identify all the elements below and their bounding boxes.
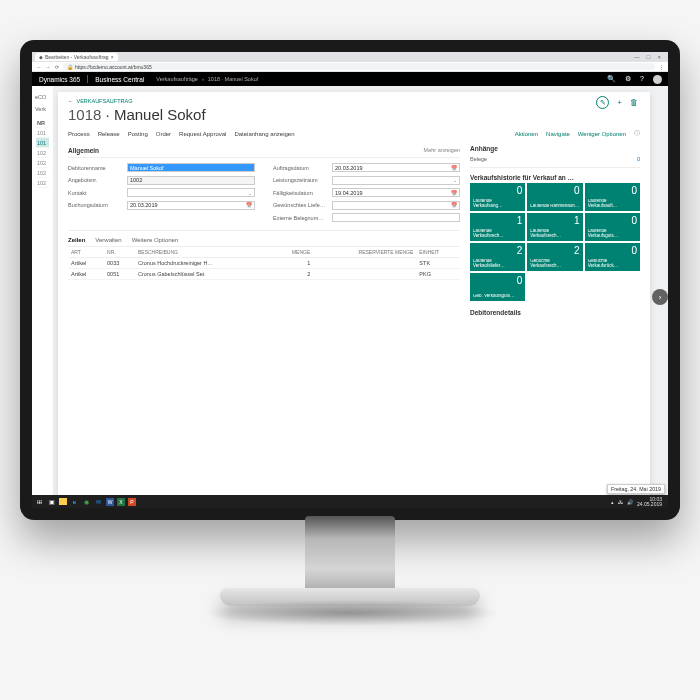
field-input[interactable]: 📅 [332,201,460,210]
bg-row[interactable]: 102 [36,178,49,188]
tray-net-icon[interactable]: 🖧 [618,499,623,505]
breadcrumb[interactable]: VERKAUFSAUFTRAG [77,98,133,104]
action-posting[interactable]: Posting [128,131,148,137]
start-icon[interactable]: ⊞ [35,497,44,506]
th-reserviert[interactable]: RESERVIERTE MENGE [313,247,416,258]
field-input[interactable] [332,213,460,222]
bg-row[interactable]: 101 [36,128,49,138]
history-tile[interactable]: 0Laufende Verkaufsguts… [585,213,640,241]
dropdown-icon[interactable]: ⌄ [453,177,457,183]
nav-fwd-icon[interactable]: → [45,64,51,70]
field-input[interactable]: ⌄ [332,176,460,185]
excel-icon[interactable]: X [117,498,125,506]
browser-tab[interactable]: ◆ Bearbeiten - Verkaufsauftrag × [35,53,118,61]
gear-icon[interactable]: ⚙ [625,75,631,84]
history-tile[interactable]: 0Laufende Rahmenauft… [527,183,582,211]
action-attach[interactable]: Dateianhang anzeigen [234,131,294,137]
tab-verwalten[interactable]: Verwalten [95,237,121,243]
form-field: Buchungsdatum20.03.2019📅 [68,201,255,210]
action-order[interactable]: Order [156,131,171,137]
edge-icon[interactable]: e [70,497,79,506]
action-request[interactable]: Request Approval [179,131,226,137]
form-field: Angebotsnr.1002 [68,176,255,185]
th-einheit[interactable]: EINHEIT [416,247,460,258]
window-min-icon[interactable]: — [634,54,640,60]
tab-weitere[interactable]: Weitere Optionen [132,237,179,243]
tab-close-icon[interactable]: × [111,54,114,60]
history-tile[interactable]: 0Gebuchte Verkaufsrück… [585,243,640,271]
field-input[interactable]: 20.03.2019📅 [127,201,255,210]
history-tile[interactable]: 1Laufende Verkaufsrech… [527,213,582,241]
new-icon[interactable]: + [617,98,622,107]
tab-zeilen[interactable]: Zeilen [68,237,85,243]
bg-row[interactable]: 102 [36,158,49,168]
debitor-details-heading[interactable]: Debitorendetails [470,307,640,318]
window-close-icon[interactable]: × [657,54,661,60]
header-crumb-1[interactable]: Verkaufsaufträge [156,76,198,82]
back-arrow-icon[interactable]: ← [68,98,74,104]
th-nr[interactable]: NR. [104,247,135,258]
tray-up-icon[interactable]: ▴ [611,499,614,505]
calendar-icon[interactable]: 📅 [451,202,457,208]
history-tile[interactable]: 2Gebuchte Verkaufsrech… [527,243,582,271]
attach-count[interactable]: 0 [637,156,640,162]
history-tile[interactable]: 0Laufende Verkaufsauft… [585,183,640,211]
chrome-icon[interactable]: ◉ [82,497,91,506]
nav-reload-icon[interactable]: ⟳ [54,64,60,70]
info-icon[interactable]: ⓘ [634,129,640,138]
history-tile[interactable]: 2Laufende Verkaufsliefer… [470,243,525,271]
search-icon[interactable]: 🔍 [607,75,616,84]
field-input[interactable]: ⌄ [127,188,255,197]
action-aktionen[interactable]: Aktionen [515,131,538,137]
help-icon[interactable]: ? [640,75,644,84]
table-row[interactable]: Artikel0033Cronus Hochdruckreiniger H…1S… [68,258,460,269]
action-release[interactable]: Release [98,131,120,137]
action-navigate[interactable]: Navigate [546,131,570,137]
next-record-arrow-icon[interactable]: › [652,289,668,305]
word-icon[interactable]: W [106,498,114,506]
title-name: Manuel Sokof [114,106,206,123]
bg-row[interactable]: 102 [36,148,49,158]
history-tile[interactable]: 1Laufende Verkaufsrech… [470,213,525,241]
bg-row[interactable]: 102 [36,168,49,178]
calendar-icon[interactable]: 📅 [246,202,252,208]
explorer-icon[interactable] [59,498,67,505]
clock-date[interactable]: 24.05.2019 [637,501,662,507]
history-tile[interactable]: 0Geb. Verkaufsguts… [470,273,525,301]
tray-vol-icon[interactable]: 🔊 [627,499,633,505]
field-input[interactable]: 19.04.2019📅 [332,188,460,197]
nav-back-icon[interactable]: ← [36,64,42,70]
table-row[interactable]: Artikel0051Cronus Gabelschlüssel Set2PKG [68,269,460,280]
avatar[interactable] [653,75,662,84]
edit-icon[interactable]: ✎ [596,96,609,109]
field-label: Angebotsnr. [68,177,123,183]
calendar-icon[interactable]: 📅 [451,190,457,196]
history-tile[interactable]: 0Laufende Verkaufsang… [470,183,525,211]
th-beschreibung[interactable]: BESCHREIBUNG [135,247,272,258]
th-menge[interactable]: MENGE [272,247,313,258]
action-less[interactable]: Weniger Optionen [578,131,626,137]
bg-row[interactable]: 101 [36,138,49,148]
app-name[interactable]: Dynamics 365 [32,72,87,86]
ppt-icon[interactable]: P [128,498,136,506]
browser-menu-icon[interactable]: ⋮ [658,64,664,70]
delete-icon[interactable]: 🗑 [630,98,638,107]
field-input[interactable]: Manuel Sokof⌄ [127,163,255,172]
general-heading[interactable]: Allgemein Mehr anzeigen [68,143,460,157]
dropdown-icon[interactable]: ⌄ [248,190,252,196]
field-input[interactable]: 20.03.2019📅 [332,163,460,172]
url-input[interactable]: 🔒 https://bcdemo.account.at/bmu365 [63,63,655,70]
window-max-icon[interactable]: □ [647,54,651,60]
taskview-icon[interactable]: ▣ [47,497,56,506]
show-more-link[interactable]: Mehr anzeigen [424,147,460,154]
history-heading[interactable]: Verkaufshistorie für Verkauf an … [470,172,640,183]
product-name[interactable]: Business Central [88,72,151,86]
field-label: Kontakt [68,190,123,196]
calendar-icon[interactable]: 📅 [451,165,457,171]
th-art[interactable]: ART [68,247,104,258]
action-process[interactable]: Process [68,131,90,137]
dropdown-icon[interactable]: ⌄ [248,165,252,171]
field-input[interactable]: 1002 [127,176,255,185]
attachments-heading[interactable]: Anhänge [470,143,640,154]
mail-icon[interactable]: ✉ [94,497,103,506]
